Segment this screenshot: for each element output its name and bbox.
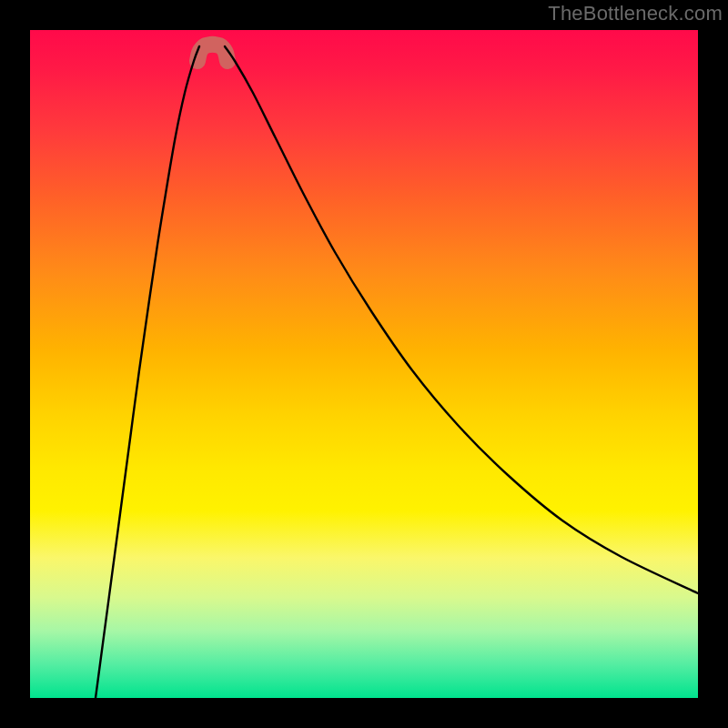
- plot-area: [30, 30, 698, 698]
- left-branch-curve: [96, 46, 199, 698]
- u-highlight-path: [197, 45, 228, 61]
- watermark-text: TheBottleneck.com: [548, 2, 723, 25]
- right-branch-curve: [225, 46, 698, 593]
- curves-layer: [30, 30, 698, 698]
- chart-frame: TheBottleneck.com: [0, 0, 728, 728]
